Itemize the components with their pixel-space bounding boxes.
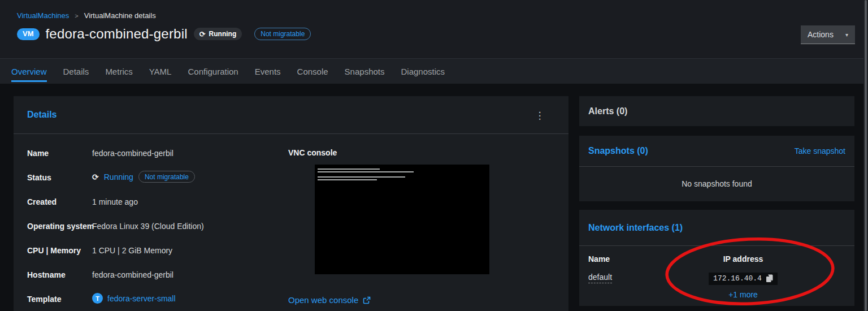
os-value: Fedora Linux 39 (Cloud Edition) bbox=[92, 221, 288, 231]
title-row: VM fedora-combined-gerbil ⟳ Running Not … bbox=[17, 26, 311, 42]
created-value: 1 minute ago bbox=[92, 197, 288, 207]
tab-bar: Overview Details Metrics YAML Configurat… bbox=[0, 58, 868, 84]
take-snapshot-button[interactable]: Take snapshot bbox=[795, 146, 845, 156]
vm-details-page: VirtualMachines > VirtualMachine details… bbox=[0, 0, 868, 311]
tab-events[interactable]: Events bbox=[255, 59, 281, 84]
scrollbar-thumb[interactable] bbox=[865, 0, 867, 311]
template-value: T fedora-server-small bbox=[92, 293, 288, 304]
vnc-console-text-line bbox=[318, 179, 377, 180]
template-label: Template bbox=[27, 294, 92, 304]
snapshots-card: Snapshots (0) Take snapshot No snapshots… bbox=[579, 136, 854, 201]
actions-button[interactable]: Actions ▾ bbox=[801, 25, 855, 44]
alerts-card-title[interactable]: Alerts (0) bbox=[588, 106, 627, 116]
details-card-body: Name fedora-combined-gerbil Status ⟳ Run… bbox=[14, 134, 568, 305]
name-label: Name bbox=[27, 148, 92, 158]
interface-name[interactable]: default bbox=[588, 273, 612, 283]
table-header-row: Name IP address bbox=[588, 254, 845, 264]
details-card-header: Details ⋮ bbox=[14, 96, 568, 134]
details-card: Details ⋮ Name fedora-combined-gerbil St… bbox=[14, 96, 568, 311]
overview-content: Details ⋮ Name fedora-combined-gerbil St… bbox=[0, 84, 868, 311]
vnc-console-text-line bbox=[318, 171, 414, 172]
open-web-console-row: Open web console bbox=[288, 295, 555, 305]
column-header-name: Name bbox=[588, 254, 667, 264]
kebab-menu-button[interactable]: ⋮ bbox=[533, 109, 546, 122]
ip-address-chip: 172.16.40.4 bbox=[709, 273, 778, 285]
vnc-console-text-line bbox=[318, 169, 380, 170]
breadcrumb-current: VirtualMachine details bbox=[84, 11, 156, 20]
migration-badge[interactable]: Not migratable bbox=[254, 28, 311, 40]
tab-yaml[interactable]: YAML bbox=[149, 59, 172, 84]
status-label: Status bbox=[27, 172, 92, 183]
breadcrumb: VirtualMachines > VirtualMachine details bbox=[17, 11, 156, 20]
cpu-memory-label: CPU | Memory bbox=[27, 245, 92, 256]
actions-button-label: Actions bbox=[808, 30, 834, 39]
page-title: fedora-combined-gerbil bbox=[46, 26, 188, 42]
ip-address-value: 172.16.40.4 bbox=[713, 274, 762, 283]
network-card-header: Network interfaces (1) bbox=[579, 210, 854, 246]
breadcrumb-link-virtualmachines[interactable]: VirtualMachines bbox=[17, 11, 69, 20]
scrollbar bbox=[863, 0, 868, 311]
name-value: fedora-combined-gerbil bbox=[92, 148, 288, 158]
tab-details[interactable]: Details bbox=[63, 59, 89, 84]
vnc-console-title: VNC console bbox=[288, 148, 555, 157]
tab-console[interactable]: Console bbox=[297, 59, 328, 84]
tab-overview[interactable]: Overview bbox=[11, 59, 47, 84]
network-interfaces-table: Name IP address default 172.16.40.4 bbox=[579, 246, 854, 299]
template-link[interactable]: fedora-server-small bbox=[107, 293, 176, 304]
copy-icon[interactable] bbox=[766, 274, 773, 283]
caret-down-icon: ▾ bbox=[845, 32, 848, 38]
os-label: Operating system bbox=[27, 221, 92, 231]
network-interfaces-card: Network interfaces (1) Name IP address d… bbox=[579, 210, 854, 306]
snapshots-empty-message: No snapshots found bbox=[579, 167, 854, 188]
status-pill[interactable]: ⟳ Running bbox=[194, 28, 242, 40]
details-description-list: Name fedora-combined-gerbil Status ⟳ Run… bbox=[27, 148, 288, 305]
open-web-console-link[interactable]: Open web console bbox=[288, 295, 358, 305]
snapshots-card-header: Snapshots (0) Take snapshot bbox=[579, 136, 854, 167]
sync-icon: ⟳ bbox=[92, 172, 99, 182]
migration-badge[interactable]: Not migratable bbox=[138, 171, 195, 183]
breadcrumb-separator-icon: > bbox=[75, 12, 78, 19]
vm-kind-badge: VM bbox=[17, 28, 40, 40]
tab-snapshots[interactable]: Snapshots bbox=[345, 59, 385, 84]
cpu-memory-value: 1 CPU | 2 GiB Memory bbox=[92, 245, 288, 256]
vnc-console-section: VNC console Open web console bbox=[288, 148, 555, 305]
sync-icon: ⟳ bbox=[199, 30, 206, 38]
tab-configuration[interactable]: Configuration bbox=[188, 59, 238, 84]
tab-metrics[interactable]: Metrics bbox=[105, 59, 132, 84]
alerts-card: Alerts (0) bbox=[579, 96, 854, 126]
details-card-title[interactable]: Details bbox=[27, 110, 57, 120]
external-link-icon bbox=[363, 296, 371, 304]
vnc-console-thumbnail[interactable] bbox=[315, 165, 489, 274]
page-header: VirtualMachines > VirtualMachine details… bbox=[0, 0, 868, 58]
column-header-ip-address: IP address bbox=[667, 254, 819, 264]
status-running-link[interactable]: Running bbox=[104, 172, 133, 182]
created-label: Created bbox=[27, 197, 92, 207]
vnc-console-text-line bbox=[318, 176, 405, 178]
more-ips-link[interactable]: +1 more bbox=[667, 290, 819, 299]
status-pill-label: Running bbox=[209, 30, 237, 38]
status-value: ⟳ Running Not migratable bbox=[92, 171, 288, 183]
snapshots-card-title[interactable]: Snapshots (0) bbox=[588, 146, 648, 156]
hostname-label: Hostname bbox=[27, 270, 92, 280]
network-card-title[interactable]: Network interfaces (1) bbox=[588, 223, 683, 233]
table-row: default 172.16.40.4 +1 m bbox=[588, 273, 845, 299]
tab-diagnostics[interactable]: Diagnostics bbox=[401, 59, 445, 84]
template-icon: T bbox=[92, 293, 103, 304]
hostname-value: fedora-combined-gerbil bbox=[92, 270, 288, 280]
